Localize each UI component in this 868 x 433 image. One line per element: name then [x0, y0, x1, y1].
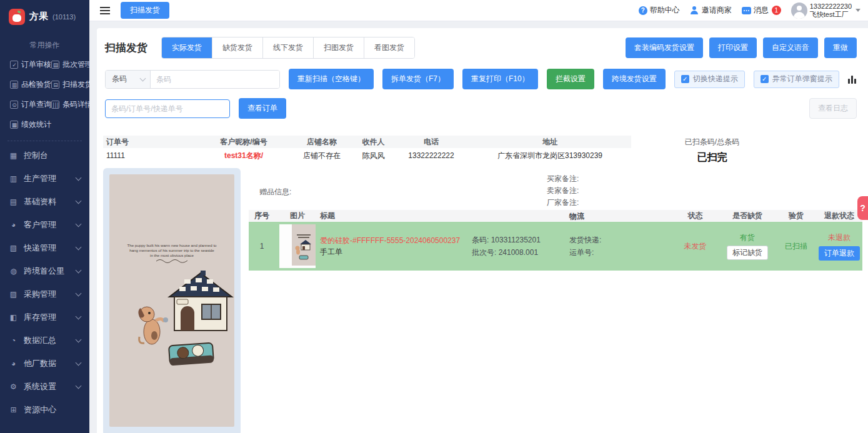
express-icon: ▧: [9, 244, 18, 252]
view-log-button[interactable]: 查看日志: [809, 98, 857, 119]
reprint-button[interactable]: 重复打印（F10）: [462, 69, 538, 89]
sidebar-item-settings[interactable]: ⚙系统设置: [0, 375, 89, 398]
refund-cell: 未退款 订单退款: [816, 232, 862, 261]
app-logo-icon: [9, 9, 25, 25]
sidebar-item-resource-center[interactable]: ⊞资源中心: [0, 398, 89, 421]
sidebar-item-console[interactable]: ▦控制台: [0, 144, 89, 167]
search-row: 查看订单 查看日志: [105, 98, 857, 119]
abnormal-order-popup-checkbox[interactable]: ✓异常订单弹窗提示: [754, 71, 839, 88]
order-info-strip: 订单号 客户昵称/编号 店铺名称 收件人 电话 地址 11111 test31名…: [103, 136, 868, 164]
quick-link-order-query[interactable]: ⊙订单查询: [10, 99, 51, 110]
quick-link-quality-check[interactable]: ▥品检验货: [10, 79, 51, 90]
intercept-settings-button[interactable]: 拦截设置: [547, 69, 594, 89]
quick-link-barcode-detail[interactable]: ∣∣∣条码详情: [51, 99, 89, 110]
factory-remark-label: 厂家备注:: [547, 197, 579, 209]
tab-scan-image-ship[interactable]: 扫图发货: [313, 37, 364, 58]
mark-out-of-stock-button[interactable]: 标记缺货: [727, 246, 768, 260]
quick-link-order-review[interactable]: ✓订单审核: [10, 59, 51, 70]
open-page-tab[interactable]: 扫描发货: [121, 2, 169, 19]
sidebar-item-inventory[interactable]: ◧库存管理: [0, 306, 89, 329]
custom-voice-button[interactable]: 自定义语音: [763, 37, 818, 58]
customer-icon: ◕: [9, 221, 18, 229]
order-info-table: 订单号 客户昵称/编号 店铺名称 收件人 电话 地址 11111 test31名…: [103, 136, 631, 164]
product-barcode: 条码: 103311235201: [472, 234, 559, 246]
sidebar-item-production[interactable]: ▥生产管理: [0, 167, 89, 190]
customer-nickname[interactable]: test31名称/: [197, 151, 291, 161]
sidebar-item-data-summary[interactable]: ◔数据汇总: [0, 329, 89, 352]
order-refund-button[interactable]: 订单退款: [819, 246, 860, 261]
chevron-down-icon: [76, 244, 82, 250]
product-subtitle: 手工单: [320, 246, 472, 257]
view-order-button[interactable]: 查看订单: [239, 98, 286, 119]
toggle-express-checkbox[interactable]: ✓切换快递提示: [674, 71, 745, 88]
redo-button[interactable]: 重做: [824, 37, 857, 58]
order-info-row: 11111 test31名称/ 店铺不存在 陈风风 13322222222 广东…: [103, 148, 631, 163]
order-info-header: 订单号 客户昵称/编号 店铺名称 收件人 电话 地址: [103, 136, 631, 148]
tab-actual-ship[interactable]: 实际发货: [161, 37, 212, 59]
logo[interactable]: 方果 (10113): [0, 0, 89, 27]
sidebar-item-basic-data[interactable]: ▤基础资料: [0, 190, 89, 213]
scan-summary-label: 已扫条码/总条码: [685, 137, 739, 147]
sidebar-item-other-factory[interactable]: ◕他厂数据: [0, 352, 89, 375]
quick-link-performance[interactable]: ▦绩效统计: [10, 119, 51, 130]
barcode-type-select[interactable]: 条码: [106, 71, 151, 88]
order-remarks-block: 赠品信息: 买家备注: 卖家备注: 厂家备注:: [249, 168, 862, 210]
page-title: 扫描发货: [105, 41, 147, 55]
crossborder-ship-settings-button[interactable]: 跨境发货设置: [603, 69, 666, 89]
inventory-icon: ◧: [9, 313, 18, 322]
data-summary-icon: ◔: [9, 336, 18, 345]
print-settings-button[interactable]: 打印设置: [709, 37, 757, 58]
scan-summary-value: 已扫完: [697, 151, 727, 164]
set-code-ship-settings-button[interactable]: 套装编码发货设置: [626, 37, 703, 58]
chevron-down-icon: [140, 76, 146, 82]
tenant-id: (10113): [52, 13, 76, 21]
product-thumbnail[interactable]: [292, 224, 316, 266]
user-account[interactable]: 13322222230 飞快test工厂: [791, 2, 861, 19]
scan-summary: 已扫条码/总条码 已扫完: [631, 136, 868, 164]
collapse-menu-icon[interactable]: [100, 7, 110, 14]
toolbar-row: 条码 重新扫描（空格键） 拆单发货（F7） 重复打印（F10） 拦截设置 跨境发…: [105, 69, 856, 89]
barcode-cell: 条码: 103311235201 批次号: 241008.001: [472, 234, 559, 259]
receiver-address: 广东省深圳市龙岗区313930239: [469, 151, 631, 161]
rescan-button[interactable]: 重新扫描（空格键）: [289, 69, 374, 89]
sidebar-item-customer[interactable]: ◕客户管理: [0, 213, 89, 236]
order-search-input[interactable]: [105, 99, 230, 118]
product-thumbnail-cell: [275, 224, 320, 268]
scan-ship-icon: ⊟: [51, 81, 59, 89]
help-center-link[interactable]: ?帮助中心: [639, 5, 680, 16]
barcode-input[interactable]: [151, 71, 279, 88]
product-title[interactable]: 爱的硅胶-#FFFFFF-5555-2024060500237: [320, 235, 472, 246]
tab-view-image-ship[interactable]: 看图发货: [364, 37, 414, 58]
express-label: 发货快递:: [569, 234, 672, 246]
quick-link-batch-manage[interactable]: ▤批次管理: [51, 59, 89, 70]
order-detail-area: 赠品信息: 买家备注: 卖家备注: 厂家备注: 序号 图片 标题 物流 状态 是…: [249, 168, 868, 433]
logistics-cell: 发货快递: 运单号:: [559, 234, 672, 259]
barcode-combo: 条码: [105, 70, 280, 89]
receiver-name: 陈风风: [353, 151, 394, 161]
tab-offline-ship[interactable]: 线下发货: [262, 37, 313, 58]
split-order-ship-button[interactable]: 拆单发货（F7）: [382, 69, 454, 89]
chevron-down-icon: [76, 336, 82, 342]
inspection-status: 已扫描: [776, 241, 816, 252]
sidebar-item-express[interactable]: ▧快递管理: [0, 236, 89, 259]
order-query-icon: ⊙: [10, 101, 18, 109]
tab-shortage-ship[interactable]: 缺货发货: [212, 37, 262, 58]
chevron-down-icon: [76, 174, 82, 181]
other-factory-icon: ◕: [9, 359, 18, 368]
console-icon: ▦: [9, 151, 18, 160]
stats-chart-icon[interactable]: [848, 75, 856, 84]
invite-people-icon: [690, 6, 699, 14]
invite-merchant-link[interactable]: 邀请商家: [690, 5, 732, 16]
left-panels: The puppy built his warm new house and p…: [103, 168, 241, 433]
receiver-phone: 13322222222: [394, 151, 469, 160]
checkbox-checked-icon: ✓: [761, 75, 769, 83]
product-image-panel[interactable]: The puppy built his warm new house and p…: [103, 168, 241, 433]
avatar: [791, 2, 807, 19]
help-fab-button[interactable]: ?: [857, 196, 868, 220]
product-table-header: 序号 图片 标题 物流 状态 是否缺货 验货 退款状态: [249, 210, 862, 222]
quick-link-scan-ship[interactable]: ⊟扫描发货: [51, 79, 89, 90]
refund-status: 未退款: [816, 232, 862, 243]
messages-link[interactable]: 消息1: [742, 5, 781, 16]
sidebar-item-purchase[interactable]: ▨采购管理: [0, 282, 89, 306]
sidebar-item-crossborder[interactable]: ◍跨境首公里: [0, 259, 89, 282]
